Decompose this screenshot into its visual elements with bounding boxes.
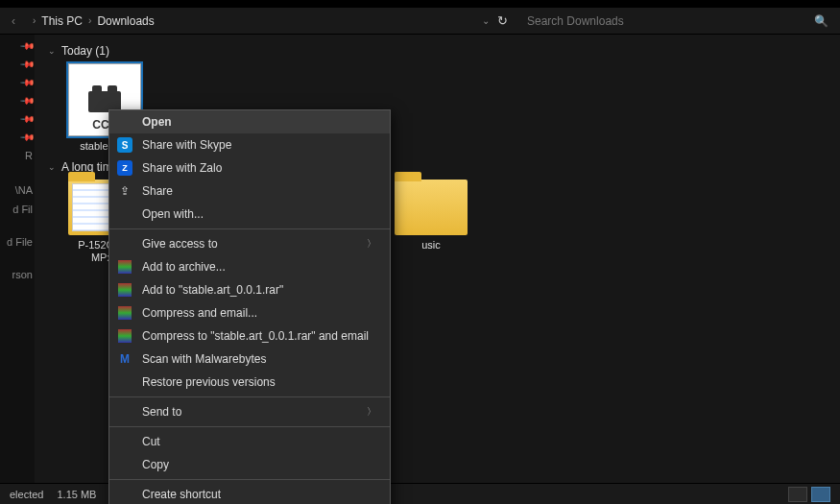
separator xyxy=(109,228,390,229)
ctx-label: Copy xyxy=(142,458,169,471)
folder-tile[interactable]: usic xyxy=(388,180,474,264)
winrar-icon xyxy=(118,329,132,343)
breadcrumb-root[interactable]: This PC xyxy=(41,14,83,28)
ctx-label: Give access to xyxy=(142,237,218,251)
skype-icon: S xyxy=(117,137,132,153)
ctx-label: Add to "stable.art_0.0.1.rar" xyxy=(142,283,283,297)
ctx-label: Share with Skype xyxy=(142,138,231,152)
ctx-label: Compress and email... xyxy=(142,306,257,320)
view-tiles-button[interactable] xyxy=(811,487,830,502)
group-label: Today (1) xyxy=(61,44,109,58)
ctx-label: Restore previous versions xyxy=(142,375,276,389)
ctx-label: Share with Zalo xyxy=(142,161,222,175)
ctx-create-shortcut[interactable]: Create shortcut xyxy=(109,483,390,504)
ctx-label: Add to archive... xyxy=(142,260,226,274)
share-icon: ⇪ xyxy=(117,183,132,199)
title-bar xyxy=(0,0,840,8)
status-size: 1.15 MB xyxy=(57,489,96,500)
separator xyxy=(109,479,390,480)
search-box[interactable]: 🔍 xyxy=(519,11,836,32)
nav-pane[interactable]: 📌 📌 📌 📌 📌 📌 R \NA d Fil d File rson xyxy=(0,35,35,483)
ctx-open-with[interactable]: Open with... xyxy=(109,203,390,226)
ctx-cut[interactable]: Cut xyxy=(109,430,390,453)
chevron-down-icon: ⌄ xyxy=(48,162,56,172)
ctx-label: Create shortcut xyxy=(142,488,221,501)
view-details-button[interactable] xyxy=(788,487,807,502)
ctx-label: Open xyxy=(142,115,172,129)
ctx-share[interactable]: ⇪Share xyxy=(109,180,390,203)
folder-icon xyxy=(395,180,468,235)
ctx-compress-email[interactable]: Compress and email... xyxy=(109,301,390,324)
refresh-icon[interactable]: ↻ xyxy=(497,13,508,28)
nav-item[interactable]: R xyxy=(4,150,35,161)
malwarebytes-icon: M xyxy=(117,351,132,367)
ctx-share-zalo[interactable]: ZShare with Zalo xyxy=(109,156,390,180)
address-right: ⌄ ↻ xyxy=(482,13,508,28)
address-bar: ‹ › This PC › Downloads ⌄ ↻ 🔍 xyxy=(0,8,840,35)
ctx-compress-to[interactable]: Compress to "stable.art_0.0.1.rar" and e… xyxy=(109,324,390,348)
back-chevron-icon[interactable]: ‹ xyxy=(4,14,23,28)
chevron-down-icon[interactable]: ⌄ xyxy=(482,15,490,26)
winrar-icon xyxy=(118,306,132,320)
ctx-scan-malwarebytes[interactable]: MScan with Malwarebytes xyxy=(109,348,390,371)
ctx-label: Share xyxy=(142,184,173,198)
zalo-icon: Z xyxy=(117,160,132,176)
ctx-label: Send to xyxy=(142,405,181,419)
ctx-label: Compress to "stable.art_0.0.1.rar" and e… xyxy=(142,329,369,343)
nav-item[interactable]: d Fil xyxy=(4,204,35,215)
chevron-right-icon: › xyxy=(88,15,91,26)
group-header-today[interactable]: ⌄ Today (1) xyxy=(48,44,827,58)
ctx-open[interactable]: Open xyxy=(109,110,390,133)
chevron-right-icon: 〉 xyxy=(367,237,376,251)
ctx-add-archive[interactable]: Add to archive... xyxy=(109,255,390,278)
separator xyxy=(109,426,390,427)
nav-item[interactable]: \NA xyxy=(4,184,35,196)
breadcrumb[interactable]: › This PC › Downloads xyxy=(27,11,160,32)
nav-item[interactable]: rson xyxy=(4,269,35,280)
chevron-right-icon: › xyxy=(33,15,36,26)
ctx-share-skype[interactable]: SShare with Skype xyxy=(109,133,390,156)
status-selected: elected xyxy=(10,489,43,500)
winrar-icon xyxy=(118,260,132,274)
ctx-label: Cut xyxy=(142,435,160,448)
context-menu: Open SShare with Skype ZShare with Zalo … xyxy=(108,109,391,504)
ctx-label: Open with... xyxy=(142,207,204,221)
chevron-down-icon: ⌄ xyxy=(48,46,56,56)
nav-item[interactable]: d File xyxy=(4,236,35,248)
ctx-copy[interactable]: Copy xyxy=(109,453,390,476)
ctx-add-to-rar[interactable]: Add to "stable.art_0.0.1.rar" xyxy=(109,278,390,301)
search-icon[interactable]: 🔍 xyxy=(814,14,828,28)
separator xyxy=(109,396,390,397)
folder-name: usic xyxy=(388,239,474,252)
ctx-restore-versions[interactable]: Restore previous versions xyxy=(109,371,390,394)
winrar-icon xyxy=(118,283,132,297)
chevron-right-icon: 〉 xyxy=(367,405,376,419)
ctx-give-access[interactable]: Give access to〉 xyxy=(109,232,390,255)
ctx-send-to[interactable]: Send to〉 xyxy=(109,400,390,423)
breadcrumb-current[interactable]: Downloads xyxy=(97,14,154,28)
search-input[interactable] xyxy=(527,14,806,28)
ctx-label: Scan with Malwarebytes xyxy=(142,352,266,366)
